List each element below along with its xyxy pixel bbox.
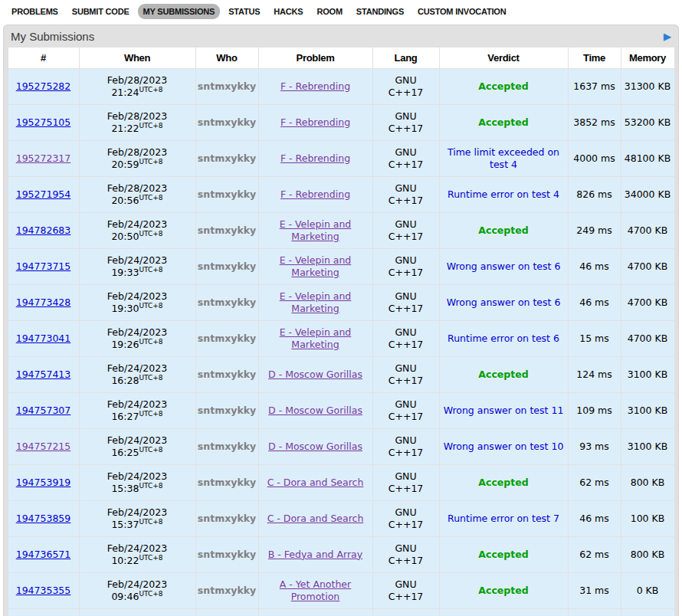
problem-link[interactable]: E - Velepin and Marketing	[262, 254, 369, 280]
submissions-body: 195275282 Feb/28/2023 21:24UTC+8 sntmxyk…	[8, 69, 674, 616]
user-handle-link[interactable]: sntmxykky	[198, 369, 256, 380]
who-cell: sntmxykky	[195, 537, 258, 573]
problem-link[interactable]: B - Fedya and Array	[268, 549, 362, 561]
when-cell: Feb/24/2023 16:28UTC+8	[79, 357, 195, 393]
who-cell: sntmxykky	[195, 465, 258, 501]
user-handle-link[interactable]: sntmxykky	[198, 116, 256, 128]
user-handle-link[interactable]: sntmxykky	[198, 260, 256, 272]
user-handle-link[interactable]: sntmxykky	[198, 152, 256, 164]
submission-link[interactable]: 194782683	[16, 224, 71, 236]
problem-link[interactable]: F - Rebrending	[280, 80, 350, 93]
problem-link[interactable]: F - Rebrending	[280, 116, 350, 129]
submission-link[interactable]: 194753919	[16, 477, 71, 488]
submission-link[interactable]: 194757215	[16, 441, 71, 452]
language-label: GNU C++17	[386, 110, 426, 136]
submission-link[interactable]: 194757413	[16, 369, 71, 380]
user-handle-link[interactable]: sntmxykky	[198, 224, 256, 236]
user-handle-link[interactable]: sntmxykky	[198, 585, 256, 596]
time-cell: 31 ms	[568, 573, 621, 609]
language-label: GNU C++17	[386, 362, 426, 388]
verdict-text[interactable]: Accepted	[478, 224, 528, 236]
nav-item-my-submissions[interactable]: My Submissions	[138, 4, 221, 19]
submission-link[interactable]: 194753859	[16, 513, 71, 524]
submission-id-cell: 195271954	[8, 177, 79, 213]
verdict-text[interactable]: Accepted	[478, 585, 528, 596]
timezone-label: UTC+8	[139, 374, 162, 382]
user-handle-link[interactable]: sntmxykky	[198, 188, 256, 200]
memory-value: 34000 KB	[625, 188, 671, 200]
nav-item-hacks[interactable]: Hacks	[268, 4, 308, 19]
submission-link[interactable]: 195275105	[16, 116, 71, 128]
problem-link[interactable]: E - Velepin and Marketing	[262, 326, 369, 352]
verdict-text[interactable]: Accepted	[478, 549, 528, 560]
language-label: GNU C++17	[386, 326, 426, 352]
nav-item-standings[interactable]: Standings	[351, 4, 409, 19]
memory-cell: 800 KB	[621, 465, 674, 501]
problem-link[interactable]: D - Moscow Gorillas	[268, 369, 362, 381]
problem-link[interactable]: A - Yet Another Promotion	[262, 578, 369, 604]
submission-time: 21:22UTC+8	[81, 123, 194, 135]
verdict-text[interactable]: Wrong answer on test 6	[447, 260, 561, 272]
verdict-text[interactable]: Accepted	[478, 369, 528, 380]
user-handle-link[interactable]: sntmxykky	[198, 441, 256, 452]
time-cell: 93 ms	[568, 429, 621, 465]
memory-cell: 4700 KB	[621, 213, 674, 249]
problem-link[interactable]: E - Velepin and Marketing	[262, 290, 369, 316]
user-handle-link[interactable]: sntmxykky	[198, 333, 256, 344]
user-handle-link[interactable]: sntmxykky	[198, 405, 256, 416]
who-cell: sntmxykky	[195, 429, 258, 465]
nav-item-custom-invocation[interactable]: Custom Invocation	[412, 4, 511, 19]
nav-item-room[interactable]: Room	[311, 4, 347, 19]
user-handle-link[interactable]: sntmxykky	[198, 549, 256, 560]
nav-item-submit-code[interactable]: Submit Code	[67, 4, 135, 19]
verdict-text[interactable]: Runtime error on test 4	[448, 188, 559, 200]
problem-link[interactable]: F - Rebrending	[280, 152, 350, 165]
memory-cell: 48100 KB	[621, 141, 674, 177]
submission-link[interactable]: 194757307	[16, 405, 71, 416]
verdict-text[interactable]: Time limit exceeded on test 4	[448, 146, 559, 170]
verdict-cell: Runtime error on test 6	[439, 321, 568, 357]
who-cell: sntmxykky	[195, 573, 258, 609]
user-handle-link[interactable]: sntmxykky	[198, 513, 256, 524]
submission-link[interactable]: 195275282	[16, 80, 71, 92]
nav-item-problems[interactable]: Problems	[6, 4, 64, 19]
verdict-text[interactable]: Runtime error on test 7	[448, 513, 559, 524]
lang-cell: GNU C++17	[372, 69, 439, 105]
submission-link[interactable]: 194736571	[16, 549, 71, 560]
submission-link[interactable]: 194773041	[16, 333, 71, 344]
submission-link[interactable]: 195271954	[16, 188, 71, 200]
user-handle-link[interactable]: sntmxykky	[198, 80, 256, 92]
submission-row: 194773041 Feb/24/2023 19:26UTC+8 sntmxyk…	[8, 321, 674, 357]
submission-link[interactable]: 195272317	[16, 152, 71, 164]
verdict-text[interactable]: Wrong answer on test 10	[444, 441, 564, 452]
submission-link[interactable]: 194735355	[16, 585, 71, 596]
submission-id-cell: 194773715	[8, 249, 79, 285]
lang-cell: GNU C++17	[372, 537, 439, 573]
col-header-memory: Memory	[621, 48, 674, 69]
problem-link[interactable]: D - Moscow Gorillas	[268, 441, 362, 453]
submission-link[interactable]: 194773715	[16, 260, 71, 272]
submission-link[interactable]: 194773428	[16, 297, 71, 308]
problem-link[interactable]: E - Velepin and Marketing	[262, 218, 369, 244]
verdict-text[interactable]: Wrong answer on test 6	[447, 297, 561, 308]
verdict-cell: Runtime error on test 7	[439, 501, 568, 537]
problem-link[interactable]: F - Rebrending	[280, 188, 350, 201]
nav-item-status[interactable]: Status	[223, 4, 265, 19]
verdict-text[interactable]: Wrong answer on test 11	[444, 405, 564, 416]
language-label: GNU C++17	[386, 470, 426, 496]
submission-time: 20:59UTC+8	[81, 159, 194, 171]
user-handle-link[interactable]: sntmxykky	[198, 297, 256, 308]
submission-time: 16:25UTC+8	[81, 447, 194, 459]
verdict-text[interactable]: Accepted	[478, 477, 528, 488]
verdict-text[interactable]: Runtime error on test 6	[448, 333, 559, 344]
language-label: GNU C++17	[386, 146, 426, 172]
verdict-text[interactable]: Accepted	[478, 80, 528, 92]
verdict-text[interactable]: Accepted	[478, 116, 528, 128]
problem-link[interactable]: C - Dora and Search	[267, 513, 364, 525]
problem-cell: E - Velepin and Marketing	[258, 213, 372, 249]
problem-link[interactable]: D - Moscow Gorillas	[268, 405, 362, 417]
user-handle-link[interactable]: sntmxykky	[198, 477, 256, 488]
problem-link[interactable]: C - Dora and Search	[267, 477, 364, 489]
submissions-table: # When Who Problem Lang Verdict Time Mem…	[8, 47, 675, 616]
expand-arrow-icon[interactable]: ▶	[664, 31, 671, 41]
